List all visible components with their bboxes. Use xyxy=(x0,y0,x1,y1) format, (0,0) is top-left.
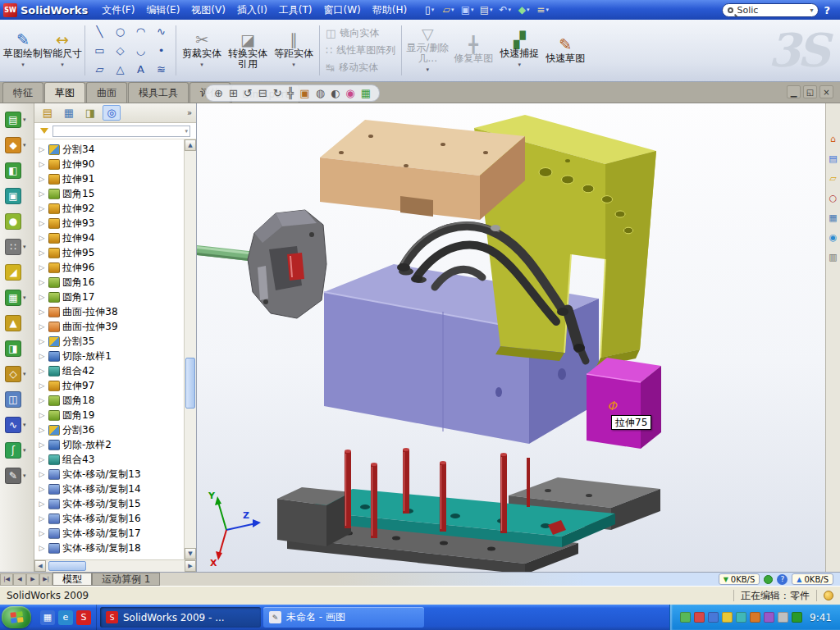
scroll-up-icon[interactable]: ▲ xyxy=(185,139,196,151)
configurationmanager-tab-icon[interactable]: ◨ xyxy=(81,105,99,121)
extrude-boss-icon[interactable]: ▤ ▾ xyxy=(5,107,29,131)
document-tab[interactable]: 模型 xyxy=(52,573,92,586)
tree-horizontal-scrollbar[interactable]: ◀ ▶ xyxy=(34,559,196,572)
tab-scroll-button[interactable]: ◀ xyxy=(13,573,26,586)
scrollbar-thumb[interactable] xyxy=(185,358,195,409)
tab-scroll-button[interactable]: ▶ xyxy=(26,573,39,586)
expand-arrow-icon[interactable]: ▷ xyxy=(38,529,46,537)
tree-item[interactable]: ▷ 切除-放样1 xyxy=(36,349,181,363)
tree-item[interactable]: ▷ 组合42 xyxy=(36,363,181,378)
tree-item[interactable]: ▷ 实体-移动/复制13 xyxy=(36,467,181,482)
text-tool-icon[interactable]: A xyxy=(130,60,151,79)
tree-item[interactable]: ▷ 拉伸91 xyxy=(36,171,181,186)
ribbon-tab[interactable]: 特征 xyxy=(2,82,43,103)
display-style-icon[interactable]: ◍ xyxy=(316,88,325,98)
expand-arrow-icon[interactable]: ▷ xyxy=(38,396,46,404)
search-input[interactable]: Solic xyxy=(737,5,806,16)
expand-arrow-icon[interactable]: ▷ xyxy=(38,145,46,153)
menu-item[interactable]: 窗口(W) xyxy=(318,1,367,20)
expand-arrow-icon[interactable]: ▷ xyxy=(38,263,46,272)
mold-core-block[interactable] xyxy=(324,264,616,444)
sketch-tool-icon[interactable]: ✎ ▾ xyxy=(5,463,29,487)
tray-icon[interactable] xyxy=(722,612,733,623)
expand-arrow-icon[interactable]: ▷ xyxy=(38,441,46,449)
expand-arrow-icon[interactable]: ▷ xyxy=(38,160,46,168)
view-palette-icon[interactable]: ▦ xyxy=(827,212,839,224)
expand-arrow-icon[interactable]: ▷ xyxy=(38,544,46,552)
tree-item[interactable]: ▷ 圆角19 xyxy=(36,408,181,422)
tray-icon[interactable] xyxy=(792,612,802,623)
command-button[interactable]: ✎ 草图绘制 ▾ xyxy=(3,22,43,79)
document-tab[interactable]: 运动算例 1 xyxy=(92,573,160,586)
expand-arrow-icon[interactable]: ▷ xyxy=(38,426,46,434)
tree-item[interactable]: ▷ 拉伸96 xyxy=(36,260,181,275)
expand-arrow-icon[interactable]: ▷ xyxy=(38,337,46,345)
expand-arrow-icon[interactable]: ▷ xyxy=(38,411,46,419)
restore-icon[interactable]: ◱ xyxy=(803,85,817,98)
circle-tool-icon[interactable]: ○ xyxy=(110,22,130,41)
undo-icon[interactable]: ↶▾ xyxy=(496,2,514,17)
rib-icon[interactable]: ◇ ▾ xyxy=(5,362,29,386)
tree-item[interactable]: ▷ 圆角17 xyxy=(36,290,181,304)
question-icon[interactable]: ? xyxy=(777,574,788,585)
resources-home-icon[interactable]: ⌂ xyxy=(827,133,839,145)
file-explorer-icon[interactable]: ▱ xyxy=(827,172,839,185)
tree-vertical-scrollbar[interactable]: ▲ ▼ xyxy=(184,139,196,559)
polygon-tool-icon[interactable]: ◇ xyxy=(110,41,130,60)
command-button[interactable]: ▞ 快速捕捉 ▾ xyxy=(496,22,542,79)
tree-item[interactable]: ▷ 曲面-拉伸38 xyxy=(36,304,181,319)
help-icon[interactable]: ? xyxy=(824,4,830,16)
section-view-icon[interactable]: ⊟ xyxy=(258,88,267,98)
swept-boss-icon[interactable]: ◧ xyxy=(5,158,29,182)
command-button[interactable]: ✎ 快速草图 xyxy=(542,22,588,79)
print-icon[interactable]: ▤▾ xyxy=(477,2,495,17)
pattern-icon[interactable]: ∷ ▾ xyxy=(5,235,29,258)
close-icon[interactable]: × xyxy=(819,85,833,98)
tree-item[interactable]: ▷ 圆角16 xyxy=(36,275,181,290)
tangent-arc-tool-icon[interactable]: ◡ xyxy=(130,41,151,60)
zoom-area-icon[interactable]: ⊞ xyxy=(229,88,238,98)
tree-item[interactable]: ▷ 曲面-拉伸39 xyxy=(36,319,181,334)
command-button[interactable]: ∥ 等距实体 ▾ xyxy=(271,22,317,79)
tree-item[interactable]: ▷ 拉伸90 xyxy=(36,157,181,171)
boundary-boss-icon[interactable]: ● xyxy=(5,209,29,233)
featuremanager-tab-icon[interactable]: ▤ xyxy=(39,105,57,121)
search-tab-icon[interactable]: ○ xyxy=(827,192,839,204)
command-button[interactable]: ▽ 显示/删除几... ▾ xyxy=(404,22,450,79)
expand-arrow-icon[interactable]: ▷ xyxy=(38,500,46,508)
scene-icon[interactable]: ▦ xyxy=(361,88,371,98)
tree-item[interactable]: ▷ 实体-移动/复制16 xyxy=(36,511,181,526)
spline-tool-icon[interactable]: ∿ xyxy=(151,22,171,41)
rectangle-tool-icon[interactable]: ▭ xyxy=(89,41,110,60)
tree-item[interactable]: ▷ 分割34 xyxy=(36,142,181,157)
expand-arrow-icon[interactable]: ▷ xyxy=(38,175,46,183)
command-button[interactable]: ↔ 智能尺寸 ▾ xyxy=(43,22,82,79)
tree-item[interactable]: ▷ 实体-移动/复制18 xyxy=(36,541,181,555)
expand-arrow-icon[interactable]: ▷ xyxy=(38,455,46,463)
menu-item[interactable]: 文件(F) xyxy=(96,1,140,20)
pan-icon[interactable]: ╬ xyxy=(288,88,294,98)
tree-item[interactable]: ▷ 实体-移动/复制14 xyxy=(36,482,181,496)
expand-arrow-icon[interactable]: ▷ xyxy=(38,308,46,316)
design-library-icon[interactable]: ▤ xyxy=(827,153,839,165)
menu-item[interactable]: 工具(T) xyxy=(273,1,318,20)
open-folder-icon[interactable]: ▱▾ xyxy=(440,2,457,17)
guide-rod[interactable] xyxy=(197,245,256,262)
command-button[interactable]: ◪ 转换实体引用 xyxy=(225,22,271,79)
chevron-right-icon[interactable]: » xyxy=(187,108,192,117)
tree-item[interactable]: ▷ 拉伸94 xyxy=(36,231,181,245)
filter-funnel-icon[interactable] xyxy=(40,128,48,134)
previous-view-icon[interactable]: ↺ xyxy=(244,88,253,98)
command-button[interactable]: ╋ 修复草图 xyxy=(450,22,496,79)
rebuild-icon[interactable]: ◆▾ xyxy=(515,2,532,17)
appearance-icon[interactable]: ◉ xyxy=(345,88,354,98)
arc-tool-icon[interactable]: ◠ xyxy=(130,22,151,41)
left-rail-block[interactable] xyxy=(277,487,351,546)
scrollbar-thumb[interactable] xyxy=(48,561,86,571)
appearances-icon[interactable]: ◉ xyxy=(827,231,839,244)
helix-icon[interactable]: ʃ ▾ xyxy=(5,438,29,462)
graphics-area[interactable]: Φ Y Z X 拉伸75 xyxy=(197,103,825,572)
tree-item[interactable]: ▷ 组合43 xyxy=(36,452,181,467)
expand-arrow-icon[interactable]: ▷ xyxy=(38,219,46,227)
tree-item[interactable]: ▷ 分割36 xyxy=(36,422,181,437)
